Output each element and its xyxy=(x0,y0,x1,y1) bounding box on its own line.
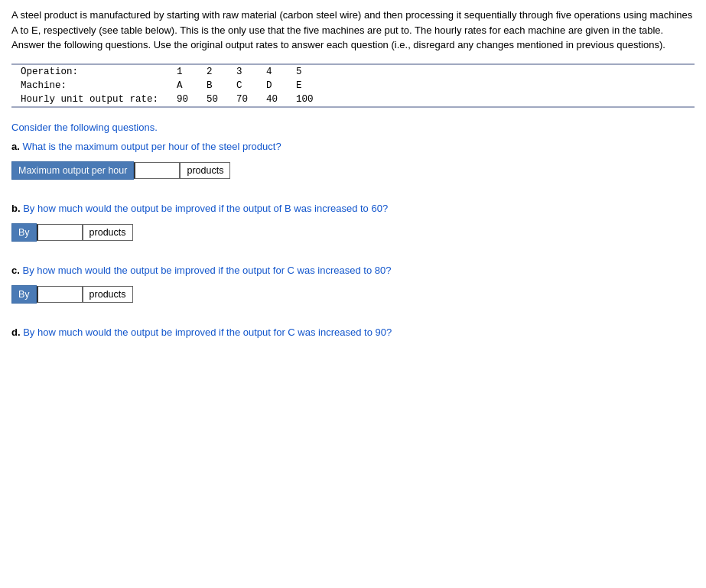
question-d-section: d. By how much would the output be impro… xyxy=(11,326,695,338)
output-100: 100 xyxy=(287,93,323,106)
question-a-label: a. xyxy=(11,141,20,152)
machine-a: A xyxy=(168,79,197,93)
table-row-machine: Machine: A B C D E xyxy=(11,79,323,93)
question-c-text: c. By how much would the output be impro… xyxy=(11,265,695,276)
question-d-text: d. By how much would the output be impro… xyxy=(11,326,695,338)
by-label-b: By xyxy=(11,223,37,242)
output-50: 50 xyxy=(197,93,227,106)
op-1: 1 xyxy=(168,65,197,79)
question-a-section: a. What is the maximum output per hour o… xyxy=(11,141,695,180)
output-90: 90 xyxy=(168,93,197,106)
by-input-b[interactable] xyxy=(37,224,83,241)
output-70: 70 xyxy=(227,93,257,106)
machine-c: C xyxy=(227,79,257,93)
output-40: 40 xyxy=(257,93,287,106)
question-d-body: By how much would the output be improved… xyxy=(23,326,392,338)
question-a-body: What is the maximum output per hour of t… xyxy=(22,141,281,152)
consider-section: Consider the following questions. xyxy=(11,122,695,133)
answer-c-row: By products xyxy=(11,285,695,304)
question-b-text: b. By how much would the output be impro… xyxy=(11,203,695,214)
question-d-label: d. xyxy=(11,326,21,338)
products-label-c: products xyxy=(83,286,133,303)
operation-label: Operation: xyxy=(11,65,168,79)
machine-d: D xyxy=(257,79,287,93)
question-b-section: b. By how much would the output be impro… xyxy=(11,203,695,242)
op-2: 2 xyxy=(197,65,227,79)
operations-table-container: Operation: 1 2 3 4 5 Machine: A B C D E … xyxy=(11,63,695,108)
answer-a-row: Maximum output per hour products xyxy=(11,161,695,180)
table-row-operation: Operation: 1 2 3 4 5 xyxy=(11,65,323,79)
question-a-text: a. What is the maximum output per hour o… xyxy=(11,141,695,152)
table-row-output: Hourly unit output rate: 90 50 70 40 100 xyxy=(11,93,323,106)
by-label-c: By xyxy=(11,285,37,304)
intro-paragraph: A steel product is manufactured by start… xyxy=(11,8,695,53)
op-4: 4 xyxy=(257,65,287,79)
products-label-b: products xyxy=(83,224,133,241)
max-output-input[interactable] xyxy=(134,162,180,179)
output-label: Hourly unit output rate: xyxy=(11,93,168,106)
question-c-section: c. By how much would the output be impro… xyxy=(11,265,695,304)
op-5: 5 xyxy=(287,65,323,79)
products-label-a: products xyxy=(180,162,230,179)
question-b-body: By how much would the output be improved… xyxy=(23,203,388,214)
by-input-c[interactable] xyxy=(37,286,83,303)
question-b-label: b. xyxy=(11,203,21,214)
question-c-body: By how much would the output be improved… xyxy=(22,265,391,276)
question-c-label: c. xyxy=(11,265,20,276)
op-3: 3 xyxy=(227,65,257,79)
max-output-label: Maximum output per hour xyxy=(11,161,134,180)
operations-table: Operation: 1 2 3 4 5 Machine: A B C D E … xyxy=(11,65,323,106)
machine-e: E xyxy=(287,79,323,93)
answer-b-row: By products xyxy=(11,223,695,242)
machine-b: B xyxy=(197,79,227,93)
machine-label: Machine: xyxy=(11,79,168,93)
consider-text: Consider the following questions. xyxy=(11,122,695,133)
